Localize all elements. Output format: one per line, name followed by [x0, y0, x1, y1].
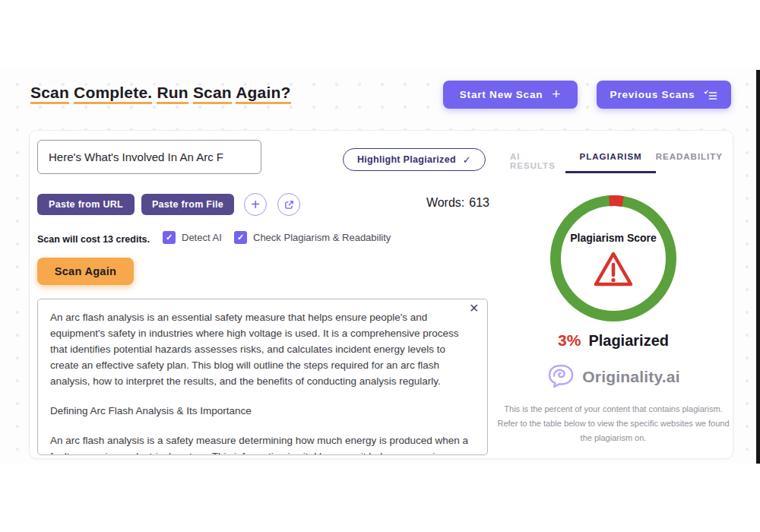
start-new-scan-button[interactable]: Start New Scan + — [443, 81, 578, 109]
score-word: Plagiarized — [588, 332, 669, 350]
detect-ai-label: Detect AI — [182, 232, 222, 243]
plagiarism-checkbox[interactable]: ✓ — [234, 231, 247, 244]
word-count: Words: 613 — [375, 196, 489, 210]
score-description: This is the percent of your content that… — [496, 402, 731, 445]
detect-ai-checkbox[interactable]: ✓ — [163, 231, 176, 244]
plus-icon: + — [552, 87, 561, 101]
add-button[interactable]: + — [244, 193, 267, 216]
results-tabs: AI RESULTS PLAGIARISM READABILITY — [510, 152, 723, 180]
page: Scan Complete. Run Scan Again? Start New… — [0, 0, 760, 532]
close-icon[interactable]: ✕ — [469, 302, 479, 315]
gauge-label: Plagiarism Score — [524, 232, 703, 244]
checklist-icon — [704, 90, 717, 100]
plagiarism-checkbox-row[interactable]: ✓ Check Plagiarism & Readability — [234, 231, 391, 244]
credits-note: Scan will cost 13 credits. — [37, 234, 150, 245]
scan-card: Highlight Plagiarized ✓ AI RESULTS PLAGI… — [29, 130, 733, 459]
brand-name: Originality.ai — [582, 368, 679, 386]
word-count-label: Words: — [426, 196, 464, 210]
originality-brain-icon — [546, 363, 575, 390]
tab-readability[interactable]: READABILITY — [656, 152, 723, 171]
tab-ai-results[interactable]: AI RESULTS — [510, 152, 565, 180]
highlight-plagiarized-label: Highlight Plagiarized — [357, 154, 456, 165]
plagiarism-label: Check Plagiarism & Readability — [253, 232, 391, 243]
document-title-input[interactable] — [37, 140, 261, 174]
score-percent: 3% — [558, 331, 581, 350]
document-text-area[interactable]: An arc flash analysis is an essential sa… — [37, 299, 488, 455]
brand-row: Originality.ai — [524, 363, 703, 390]
detect-ai-checkbox-row[interactable]: ✓ Detect AI — [163, 231, 222, 244]
window-edge-bar — [756, 70, 760, 464]
previous-scans-button[interactable]: Previous Scans — [597, 81, 731, 109]
paste-from-file-button[interactable]: Paste from File — [141, 194, 234, 215]
share-icon — [283, 199, 295, 211]
document-paragraph: An arc flash analysis is a safety measur… — [50, 432, 475, 455]
check-icon: ✓ — [463, 154, 471, 166]
document-paragraph: An arc flash analysis is an essential sa… — [50, 309, 475, 389]
share-button[interactable] — [277, 193, 300, 216]
start-new-scan-label: Start New Scan — [460, 89, 543, 100]
scan-again-button[interactable]: Scan Again — [37, 258, 134, 285]
tab-plagiarism[interactable]: PLAGIARISM — [565, 152, 655, 173]
word-count-value: 613 — [469, 196, 489, 210]
document-paragraph: Defining Arc Flash Analysis & Its Import… — [50, 403, 475, 419]
paste-from-url-button[interactable]: Paste from URL — [37, 194, 135, 215]
plus-icon: + — [251, 197, 260, 212]
page-title: Scan Complete. Run Scan Again? — [30, 84, 291, 102]
previous-scans-label: Previous Scans — [610, 89, 695, 100]
warning-triangle-icon — [592, 250, 635, 290]
highlight-plagiarized-button[interactable]: Highlight Plagiarized ✓ — [343, 148, 486, 171]
plagiarism-score-line: 3% Plagiarized — [524, 331, 703, 350]
